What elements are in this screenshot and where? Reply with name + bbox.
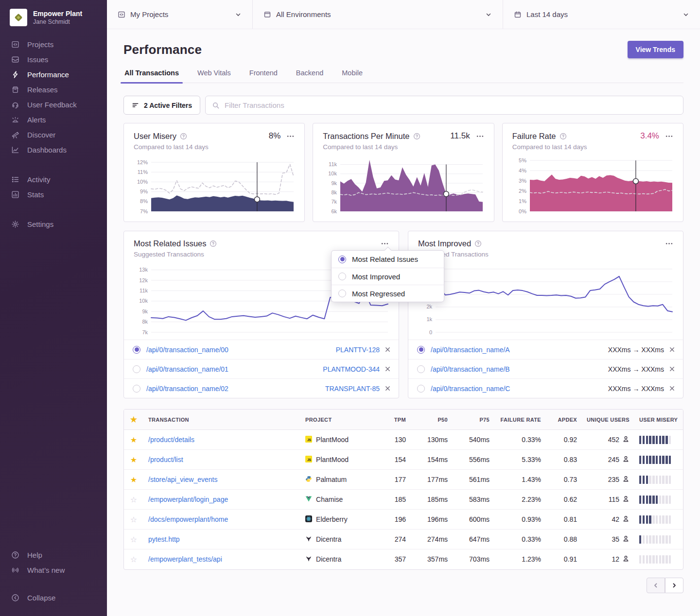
sidebar-item-settings[interactable]: Settings	[0, 217, 107, 232]
sidebar-item-what-s-new[interactable]: What’s new	[0, 563, 107, 578]
transaction-link[interactable]: /api/0/transaction_name/C	[431, 385, 510, 393]
sidebar-item-discover[interactable]: Discover	[0, 127, 107, 142]
sidebar-item-user-feedback[interactable]: User Feedback	[0, 97, 107, 112]
question-icon[interactable]	[474, 240, 482, 247]
tab-frontend[interactable]: Frontend	[248, 69, 279, 83]
menu-option-most-related-issues[interactable]: Most Related Issues	[332, 251, 444, 268]
tab-mobile[interactable]: Mobile	[341, 69, 364, 83]
project-selector[interactable]: My Projects	[107, 0, 253, 29]
tab-web-vitals[interactable]: Web Vitals	[196, 69, 232, 83]
column-header-transaction[interactable]: TRANSACTION	[143, 410, 300, 430]
star-icon[interactable]: ☆	[130, 555, 137, 564]
more-options-icon[interactable]	[476, 132, 484, 140]
close-icon[interactable]	[385, 385, 391, 392]
menu-option-radio[interactable]	[338, 256, 346, 263]
transaction-radio[interactable]	[133, 365, 140, 373]
sidebar-item-dashboards[interactable]: Dashboards	[0, 142, 107, 157]
menu-option-radio[interactable]	[338, 273, 346, 280]
tab-backend[interactable]: Backend	[295, 69, 324, 83]
projects-icon	[11, 40, 19, 49]
previous-page-button[interactable]	[647, 578, 665, 593]
issue-link[interactable]: TRANSPLANT-85	[325, 385, 380, 393]
column-header-unique-users[interactable]: UNIQUE USERS	[582, 410, 634, 430]
unique-users-value: 12	[612, 555, 619, 563]
close-icon[interactable]	[669, 385, 675, 392]
close-icon[interactable]	[669, 346, 675, 353]
column-header-p75[interactable]: P75	[453, 410, 494, 430]
transaction-radio[interactable]	[417, 385, 425, 393]
issue-link[interactable]: PLANTTV-128	[336, 346, 380, 354]
column-header-failure-rate[interactable]: FAILURE RATE	[494, 410, 546, 430]
transaction-link[interactable]: /docs/empowerplant/home	[148, 515, 228, 523]
search-input[interactable]	[225, 101, 677, 109]
sidebar-item-alerts[interactable]: Alerts	[0, 112, 107, 127]
sidebar-item-performance[interactable]: Performance	[0, 67, 107, 82]
sidebar-nav-primary: ProjectsIssuesPerformanceReleasesUser Fe…	[0, 35, 107, 159]
star-icon[interactable]: ★	[130, 456, 137, 464]
active-filters-button[interactable]: 2 Active Filters	[123, 96, 200, 115]
p75-value: 540ms	[453, 430, 494, 450]
sidebar-item-collapse[interactable]: Collapse	[0, 590, 107, 605]
table-row: ☆ pytest.http Dicentra 274 274ms 647ms 0…	[124, 530, 683, 549]
user-icon	[622, 495, 630, 504]
column-header-tpm[interactable]: TPM	[381, 410, 411, 430]
menu-option-most-improved[interactable]: Most Improved	[332, 268, 444, 285]
p75-value: 600ms	[453, 510, 494, 530]
issue-link[interactable]: PLANTMOOD-344	[323, 365, 380, 373]
transaction-radio[interactable]	[133, 346, 140, 354]
transaction-link[interactable]: /store/api_view_events	[148, 476, 217, 483]
sidebar-item-projects[interactable]: Projects	[0, 37, 107, 52]
star-icon[interactable]: ★	[130, 436, 137, 444]
close-icon[interactable]	[669, 366, 675, 372]
star-icon[interactable]: ★	[130, 415, 138, 424]
menu-option-radio[interactable]	[338, 290, 346, 297]
svg-text:7k: 7k	[142, 329, 148, 335]
menu-option-label: Most Related Issues	[352, 255, 418, 263]
sidebar-item-activity[interactable]: Activity	[0, 172, 107, 187]
tab-all-transactions[interactable]: All Transactions	[123, 69, 180, 83]
sidebar-item-help[interactable]: Help	[0, 548, 107, 563]
transaction-link[interactable]: /product/details	[148, 436, 194, 444]
transaction-link[interactable]: /api/0/transaction_name/02	[146, 385, 228, 393]
transaction-link[interactable]: /api/0/transaction_name/00	[146, 346, 228, 354]
next-page-button[interactable]	[665, 578, 683, 593]
column-header-apdex[interactable]: APDEX	[546, 410, 582, 430]
star-icon[interactable]: ☆	[130, 496, 137, 504]
question-icon[interactable]	[413, 133, 420, 140]
question-icon[interactable]	[180, 133, 187, 140]
environment-selector-label: All Environments	[276, 10, 331, 18]
transaction-link[interactable]: pytest.http	[148, 535, 180, 543]
view-trends-button[interactable]: View Trends	[628, 41, 683, 58]
star-icon[interactable]: ☆	[130, 535, 137, 544]
transaction-radio[interactable]	[417, 346, 425, 354]
close-icon[interactable]	[385, 366, 391, 372]
question-icon[interactable]	[210, 240, 217, 247]
close-icon[interactable]	[385, 346, 391, 353]
sidebar-item-issues[interactable]: Issues	[0, 52, 107, 67]
org-switcher[interactable]: Empower Plant Jane Schmidt	[0, 7, 107, 35]
transaction-link[interactable]: /empowerplant_tests/api	[148, 555, 222, 563]
more-options-icon[interactable]	[665, 132, 673, 140]
sidebar-item-stats[interactable]: Stats	[0, 187, 107, 202]
question-icon[interactable]	[560, 133, 567, 140]
date-range-selector[interactable]: Last 14 days	[503, 0, 700, 29]
apdex-value: 0.81	[546, 510, 582, 530]
transaction-radio[interactable]	[417, 365, 425, 373]
column-header-project[interactable]: PROJECT	[300, 410, 381, 430]
transaction-radio[interactable]	[133, 385, 140, 393]
transaction-link[interactable]: /api/0/transaction_name/01	[146, 365, 228, 373]
transaction-link[interactable]: /api/0/transaction_name/B	[431, 365, 510, 373]
star-icon[interactable]: ☆	[130, 515, 137, 524]
menu-option-most-regressed[interactable]: Most Regressed	[332, 285, 444, 302]
column-header-p50[interactable]: P50	[411, 410, 453, 430]
transaction-link[interactable]: /api/0/transaction_name/A	[431, 346, 510, 354]
more-options-icon[interactable]	[665, 240, 673, 248]
transaction-link[interactable]: /empowerplant/login_page	[148, 496, 228, 503]
transaction-link[interactable]: /product/list	[148, 456, 183, 463]
sidebar-item-releases[interactable]: Releases	[0, 82, 107, 97]
star-icon[interactable]: ★	[130, 476, 137, 484]
card-value: 3.4%	[640, 131, 659, 141]
environment-selector[interactable]: All Environments	[253, 0, 503, 29]
more-options-icon[interactable]	[286, 132, 295, 140]
column-header-user-misery[interactable]: USER MISERY	[634, 410, 683, 430]
